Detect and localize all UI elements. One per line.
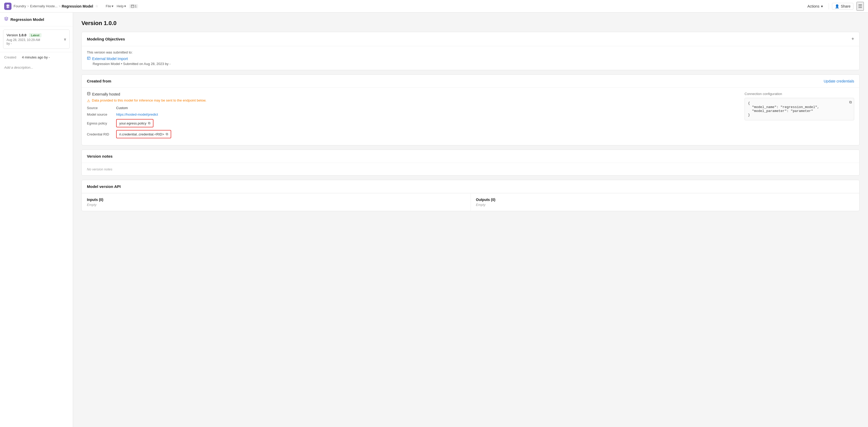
add-description[interactable]: Add a description... [0,63,73,71]
version-chevron-icon[interactable]: ∨ [64,37,66,41]
warning-text: Data provided to this model for inferenc… [92,98,207,102]
external-model-link[interactable]: External Model Import [87,56,854,61]
version-info: Version 1.0.0 Latest Aug 28, 2023, 10:29… [6,33,41,45]
egress-policy-field-row: Egress policy your.egress.policy ⧉ [87,119,738,127]
version-heading: Version 1.0.0 [82,20,860,27]
version-card: Version 1.0.0 Latest Aug 28, 2023, 10:29… [3,30,70,49]
help-menu[interactable]: Help ▾ [117,4,126,8]
breadcrumb: Foundry > Externally Hoste... > Regressi… [13,4,98,8]
database-icon [87,92,91,96]
add-objective-button[interactable]: + [851,36,854,42]
model-version-api-header: Model version API [82,180,859,193]
source-value: Custom [116,106,128,110]
submitted-to-label: This version was submitted to: [87,50,854,54]
svg-rect-1 [87,57,90,60]
inputs-label: Inputs (0) [87,197,465,202]
connection-config-section: Connection configuration ⧉ { "model_name… [745,92,854,141]
egress-policy-box: your.egress.policy ⧉ [116,119,153,127]
breadcrumb-current: Regression Model [62,4,93,8]
version-card-header: Version 1.0.0 Latest Aug 28, 2023, 10:29… [6,33,66,45]
egress-policy-label: Egress policy [87,121,113,125]
egress-copy-icon[interactable]: ⧉ [148,121,150,125]
update-credentials-button[interactable]: Update credentials [824,79,854,83]
breadcrumb-sep1: > [27,4,29,8]
topbar: Foundry > Externally Hoste... > Regressi… [0,0,868,12]
sidebar: Regression Model Version 1.0.0 Latest Au… [0,12,73,427]
hosted-section: Externally hosted ⚠ Data provided to thi… [87,92,738,141]
model-source-label: Model source [87,113,113,116]
warning-row: ⚠ Data provided to this model for infere… [87,98,738,103]
outputs-empty: Empty [476,203,855,207]
star-icon[interactable]: ☆ [95,4,98,8]
created-from-body: Externally hosted ⚠ Data provided to thi… [82,88,859,145]
sidebar-meta-created: Created 4 minutes ago by - [4,55,69,59]
modeling-objectives-section: Modeling Objectives + This version was s… [82,32,860,70]
config-copy-icon[interactable]: ⧉ [849,100,852,104]
modeling-objectives-header: Modeling Objectives + [82,32,859,46]
main-content: Version 1.0.0 Modeling Objectives + This… [73,12,868,427]
actions-button[interactable]: Actions ▾ [805,3,826,9]
model-version-api-section: Model version API Inputs (0) Empty Outpu… [82,180,860,211]
version-date: Aug 28, 2023, 10:29 AM [6,38,41,42]
modeling-objectives-body: This version was submitted to: External … [82,46,859,70]
topbar-left: Foundry > Externally Hoste... > Regressi… [4,3,138,10]
config-code: { "model_name": "regression_model", "mod… [748,101,851,117]
latest-badge: Latest [29,33,41,37]
model-submitted-text: Regression Model • Submitted on Aug 28, … [93,62,854,66]
breadcrumb-foundry[interactable]: Foundry [13,4,26,8]
share-icon: 👤 [835,4,839,8]
version-notes-body: No version notes [82,163,859,175]
model-source-value[interactable]: https://hosted-model/predict [116,113,158,116]
version-number: 1.0.0 [19,33,26,37]
version-notes-section: Version notes No version notes [82,150,860,176]
sidebar-header: Regression Model [0,12,73,26]
no-version-notes: No version notes [87,167,113,171]
created-from-title: Created from [87,79,111,83]
layout: Regression Model Version 1.0.0 Latest Au… [0,12,868,427]
hamburger-menu-button[interactable]: ☰ [857,2,864,11]
file-menu[interactable]: File ▾ [106,4,114,8]
credential-rid-box: ri.credential..credential.<RID> ⧉ [116,130,171,138]
credential-rid-label: Credential RID [87,132,113,136]
windows-badge[interactable]: 1 [129,4,138,8]
source-label: Source [87,106,113,110]
modeling-objectives-title: Modeling Objectives [87,37,125,41]
created-from-section: Created from Update credentials External… [82,74,860,145]
model-source-field-row: Model source https://hosted-model/predic… [87,113,738,116]
chevron-down-icon: ▾ [821,4,823,8]
share-button[interactable]: 👤 Share [832,3,854,10]
topbar-right: Actions ▾ 👤 Share ☰ [805,2,864,11]
svg-point-2 [87,92,90,93]
app-icon [4,3,11,10]
sidebar-meta: Created 4 minutes ago by - [0,52,73,63]
externally-hosted-label: Externally hosted [87,92,738,96]
version-by: by - [6,42,41,45]
version-label: Version 1.0.0 Latest [6,33,41,37]
egress-policy-value: your.egress.policy [119,121,146,125]
created-label: Created [4,55,20,59]
credential-copy-icon[interactable]: ⧉ [166,132,168,136]
model-version-api-title: Model version API [87,184,121,189]
version-notes-title: Version notes [87,154,113,158]
topbar-divider [829,3,829,9]
credential-rid-field-row: Credential RID ri.credential..credential… [87,130,738,138]
inputs-col: Inputs (0) Empty [82,193,470,211]
api-columns: Inputs (0) Empty Outputs (0) Empty [82,193,859,211]
sidebar-title: Regression Model [10,17,44,22]
config-code-box: ⧉ { "model_name": "regression_model", "m… [745,98,854,120]
breadcrumb-sep2: > [59,4,61,8]
version-notes-header: Version notes [82,150,859,163]
created-from-header: Created from Update credentials [82,74,859,87]
credential-rid-value: ri.credential..credential.<RID> [119,132,164,136]
outputs-label: Outputs (0) [476,197,855,202]
warning-icon: ⚠ [87,99,90,103]
connection-config-label: Connection configuration [745,92,854,96]
model-icon [4,17,8,22]
inputs-empty: Empty [87,203,465,207]
breadcrumb-externally[interactable]: Externally Hoste... [30,4,58,8]
topbar-file-help: File ▾ Help ▾ 1 [106,4,138,8]
created-value: 4 minutes ago by - [22,55,50,59]
external-model-icon [87,56,91,61]
version-number-heading: 1.0.0 [104,20,117,26]
svg-rect-0 [131,5,134,7]
